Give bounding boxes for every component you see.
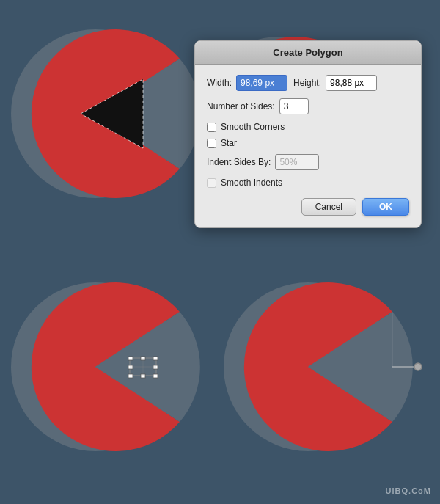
svg-rect-6: [128, 357, 133, 360]
sides-label: Number of Sides:: [207, 101, 275, 112]
dialog-buttons: Cancel OK: [207, 198, 409, 216]
smooth-corners-label: Smooth Corners: [221, 122, 285, 132]
sides-input[interactable]: [279, 98, 309, 114]
star-label: Star: [221, 138, 237, 148]
height-label: Height:: [293, 78, 321, 88]
smooth-indents-checkbox: [207, 178, 216, 188]
watermark: UiBQ.CoM: [386, 486, 431, 495]
svg-rect-7: [153, 357, 158, 360]
smooth-indents-label: Smooth Indents: [221, 178, 282, 188]
indent-label: Indent Sides By:: [207, 157, 271, 167]
svg-point-18: [414, 363, 422, 370]
svg-rect-8: [128, 374, 133, 378]
indent-input: [275, 154, 319, 170]
svg-rect-12: [128, 365, 133, 369]
create-polygon-dialog: Create Polygon Width: Height: Number of …: [194, 40, 422, 228]
svg-rect-13: [153, 365, 158, 369]
width-label: Width:: [207, 78, 232, 88]
dialog-title: Create Polygon: [195, 41, 421, 65]
height-input[interactable]: [326, 75, 377, 91]
width-input[interactable]: [236, 75, 287, 91]
cancel-button[interactable]: Cancel: [301, 198, 356, 216]
star-checkbox[interactable]: [207, 139, 216, 148]
smooth-corners-checkbox[interactable]: [207, 123, 216, 132]
svg-rect-9: [153, 374, 158, 378]
ok-button[interactable]: OK: [362, 198, 409, 216]
